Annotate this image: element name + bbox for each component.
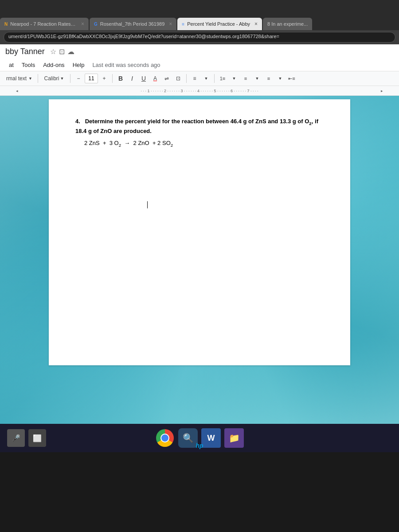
list-dropdown-1[interactable]: ▼ (229, 74, 239, 83)
docs-title-bar: bby Tanner ☆ ⊡ ☁ (0, 44, 399, 59)
font-label: Calibri (44, 75, 59, 82)
tab-bar: N Nearpod - 7 Reaction Rates (1) × G Ros… (0, 14, 399, 30)
docs-ui: bby Tanner ☆ ⊡ ☁ at Tools Add-ons Help L… (0, 44, 399, 96)
cloud-icon[interactable]: ☁ (67, 47, 74, 56)
tab1-label: Nearpod - 7 Reaction Rates (1) (10, 21, 77, 27)
separator-3 (112, 74, 113, 83)
spacing-dropdown[interactable]: ▼ (201, 73, 211, 84)
move-icon[interactable]: ⊡ (59, 47, 65, 56)
underline-button[interactable]: U (138, 73, 149, 84)
tab2-icon: G (94, 22, 98, 27)
list-button-1[interactable]: 1≡ (217, 74, 228, 83)
separator-5 (214, 74, 215, 83)
chrome-icon-visual (156, 429, 174, 447)
align-icons: 1≡ ▼ ≡ ▼ ≡ ▼ ⇤≡ (217, 74, 297, 83)
tab3-icon: ≡ (182, 22, 184, 27)
copy-format-button[interactable]: ⊡ (173, 73, 184, 84)
ruler-mark-right: ▸ (381, 89, 383, 93)
tab2-close-icon[interactable]: × (169, 21, 172, 27)
tab2-label: Rosenthal_7th Period 361989 (100, 21, 165, 27)
taskbar-search-icon[interactable]: 🔍 (178, 428, 198, 448)
hp-logo: hp (196, 442, 203, 449)
docs-title: bby Tanner (5, 47, 45, 56)
list-button-3[interactable]: ≡ (263, 74, 274, 83)
hp-logo-area: hp (196, 442, 203, 450)
font-size-decrease[interactable]: − (73, 73, 84, 84)
separator-2 (70, 74, 70, 83)
format-toolbar: rmal text ▼ Calibri ▼ − + B I U (0, 71, 399, 86)
style-dropdown-arrow: ▼ (28, 76, 32, 81)
style-dropdown[interactable]: rmal text ▼ (4, 73, 35, 84)
taskbar: 🎤 ⬜ 🔍 W 📁 hp (0, 424, 399, 452)
tab-experiment[interactable]: 8 In an experime... (263, 18, 312, 30)
bold-button[interactable]: B (115, 73, 126, 84)
docs-title-icons: ☆ ⊡ ☁ (50, 47, 74, 56)
ruler: ◂ · · · 1 · · · · · · 2 · · · · · · 3 · … (0, 86, 399, 96)
tab3-close-icon[interactable]: × (254, 21, 258, 27)
menu-addons[interactable]: Add-ons (39, 60, 68, 70)
font-size-control: − + (73, 73, 110, 84)
font-size-increase[interactable]: + (99, 73, 110, 84)
line-spacing-button[interactable]: ≡ (189, 73, 200, 84)
tab-percent-yield[interactable]: ≡ Percent Yield Practice - Abby × (177, 18, 262, 30)
question-body: Determine the percent yield for the reac… (75, 118, 318, 134)
top-bar (0, 0, 399, 14)
taskbar-files-icon[interactable]: 📁 (224, 428, 244, 448)
list-dropdown-3[interactable]: ▼ (275, 74, 286, 83)
font-size-input[interactable] (85, 74, 98, 83)
doc-wrapper: 4. Determine the percent yield for the r… (0, 96, 399, 424)
url-input[interactable]: ument/d/1PUWbJG1E-gz91BfKaDwbXXC8Oc3jxjE… (4, 32, 395, 43)
menu-tools[interactable]: Tools (18, 60, 39, 70)
question-4-text: 4. Determine the percent yield for the r… (75, 117, 324, 136)
last-edit-status: Last edit was seconds ago (92, 62, 160, 68)
text-color-button[interactable]: A (150, 73, 160, 84)
doc-page[interactable]: 4. Determine the percent yield for the r… (49, 99, 350, 365)
docs-menu-bar: at Tools Add-ons Help Last edit was seco… (0, 59, 399, 71)
taskbar-chrome-icon[interactable] (155, 428, 175, 448)
separator-4 (186, 74, 187, 83)
address-bar: ument/d/1PUWbJG1E-gz91BfKaDwbXXC8Oc3jxjE… (0, 30, 399, 44)
font-dropdown-arrow: ▼ (60, 76, 64, 81)
font-selector[interactable]: Calibri ▼ (41, 73, 67, 84)
separator-1 (38, 74, 38, 83)
chemical-equation: 2 ZnS + 3 O2 → 2 ZnO + 2 SO2 (84, 140, 324, 148)
style-label: rmal text (6, 75, 27, 82)
cursor-beam (147, 201, 148, 208)
tab3-label: Percent Yield Practice - Abby (187, 21, 250, 27)
tab4-label: 8 In an experime... (267, 21, 308, 27)
browser-chrome: N Nearpod - 7 Reaction Rates (1) × G Ros… (0, 14, 399, 44)
list-button-2[interactable]: ≡ (240, 74, 251, 83)
ruler-mark-left: ◂ (16, 89, 18, 93)
list-dropdown-2[interactable]: ▼ (252, 74, 262, 83)
doc-content-wrapper: 4. Determine the percent yield for the r… (0, 99, 399, 365)
menu-help[interactable]: Help (69, 60, 88, 70)
taskbar-word-icon[interactable]: W (201, 428, 221, 448)
tab-rosenthal[interactable]: G Rosenthal_7th Period 361989 × (90, 18, 176, 30)
taskbar-left: 🎤 ⬜ (7, 429, 46, 447)
indent-decrease-button[interactable]: ⇤≡ (286, 74, 297, 83)
tab1-close-icon[interactable]: × (81, 21, 84, 27)
menu-file[interactable]: at (5, 60, 17, 70)
link-button[interactable]: ⇌ (161, 73, 172, 84)
text-cursor-area[interactable] (146, 201, 324, 209)
tab-nearpod[interactable]: N Nearpod - 7 Reaction Rates (1) × (0, 18, 89, 30)
taskbar-window-icon[interactable]: ⬜ (28, 429, 46, 447)
question-number: 4. (75, 118, 80, 125)
url-text: ument/d/1PUWbJG1E-gz91BfKaDwbXXC8Oc3jxjE… (8, 34, 279, 39)
taskbar-mic-icon[interactable]: 🎤 (7, 429, 25, 447)
tab1-icon: N (4, 22, 8, 27)
ruler-mark-1: · · · 1 · · · · · · 2 · · · · · · 3 · · … (141, 89, 258, 93)
italic-button[interactable]: I (127, 73, 137, 84)
star-icon[interactable]: ☆ (50, 47, 56, 56)
